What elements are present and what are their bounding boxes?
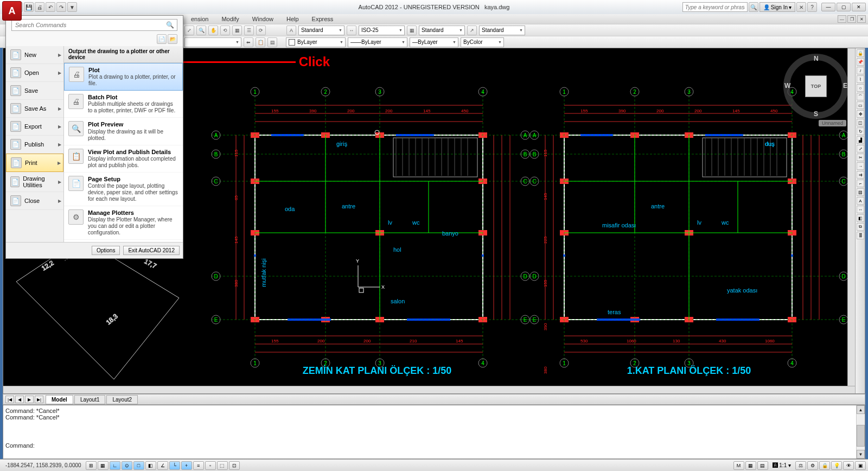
properties-icon[interactable]: ☰ (244, 26, 254, 35)
table-style-icon[interactable]: ▦ (407, 26, 417, 35)
tool-xref-icon[interactable]: ⧉ (857, 223, 864, 231)
print-option-manage-plotters[interactable]: ⚙Manage PlottersDisplay the Plotter Mana… (64, 206, 183, 240)
doc-close-icon[interactable]: ✕ (857, 15, 866, 23)
scroll-up-icon[interactable]: ▲ (857, 405, 865, 414)
ws-icon[interactable]: ⚙ (807, 461, 818, 470)
viewcube-n[interactable]: N (814, 55, 819, 62)
vscrollbar[interactable] (847, 48, 855, 386)
cmd-scrollbar[interactable]: ▲ ▼ (856, 405, 865, 459)
hscrollbar[interactable] (3, 386, 855, 393)
layer-prev-icon[interactable]: ⬅ (244, 37, 253, 47)
mleader-style-icon[interactable]: ↗ (467, 26, 477, 35)
tool-lock-icon[interactable]: 🔒 (857, 49, 864, 57)
options-button[interactable]: Options (92, 246, 120, 255)
zoom-window-icon[interactable]: 🔍 (196, 26, 206, 35)
orbit-icon[interactable]: ⟲ (220, 26, 230, 35)
app-menu-new[interactable]: 📄New▶ (6, 46, 63, 64)
tool-layer-icon[interactable]: ≣ (857, 232, 864, 239)
viewcube-top[interactable]: TOP (805, 75, 827, 97)
isolate-icon[interactable]: 👁 (843, 461, 854, 470)
exchange-icon[interactable]: ✕ (796, 2, 806, 12)
viewcube-e[interactable]: E (843, 82, 847, 90)
qat-dropdown-icon[interactable]: ▼ (67, 2, 77, 12)
modelspace-toggle[interactable]: M (733, 461, 744, 470)
app-menu-drawing-utilities[interactable]: 📄Drawing Utilities▶ (6, 172, 63, 192)
help-icon[interactable]: ? (807, 2, 817, 12)
app-menu-save[interactable]: 📄Save (6, 82, 63, 100)
tool-hatch-icon[interactable]: ▨ (857, 188, 864, 196)
clean-icon[interactable]: ▣ (855, 461, 866, 470)
pan-icon[interactable]: ✋ (208, 26, 218, 35)
tool-scale-icon[interactable]: ⤢ (857, 145, 864, 152)
color-dropdown[interactable]: ByLayer (286, 37, 346, 47)
polar-toggle[interactable]: ⊙ (122, 461, 132, 470)
toolbar-lock-icon[interactable]: 🔒 (819, 461, 830, 470)
qat-undo-icon[interactable]: ↶ (46, 2, 55, 12)
doc-minimize-icon[interactable]: — (838, 15, 846, 23)
tool-fillet-icon[interactable]: ⌐ (857, 180, 864, 187)
ducs-toggle[interactable]: └ (169, 461, 180, 470)
tool-rotate-icon[interactable]: ↻ (857, 128, 864, 135)
print-option-plot[interactable]: 🖨PlotPlot a drawing to a plotter, printe… (64, 63, 183, 91)
toggle-icon[interactable]: ▦ (232, 26, 242, 35)
tab-model[interactable]: Model (46, 395, 73, 404)
menu-dimension[interactable]: ension (184, 16, 215, 22)
tool-rect-icon[interactable]: ▭ (857, 101, 864, 109)
layer-state-icon[interactable]: 📋 (256, 37, 265, 47)
view-tag[interactable]: Unnamed (819, 120, 846, 126)
app-menu-close[interactable]: 📄Close▶ (6, 192, 63, 210)
doc-restore-icon[interactable]: ❐ (847, 15, 856, 23)
layer-dropdown[interactable] (184, 37, 241, 47)
menu-help[interactable]: Help (280, 16, 305, 22)
minimize-icon[interactable]: — (821, 3, 835, 11)
keyword-search-input[interactable] (682, 2, 748, 12)
recent-docs-icon[interactable]: 📄 (157, 34, 167, 44)
print-option-page-setup[interactable]: 📄Page SetupControl the page layout, plot… (64, 173, 183, 206)
tool-line-icon[interactable]: / (857, 67, 864, 74)
dyn-toggle[interactable]: + (181, 461, 192, 470)
app-menu-open[interactable]: 📄Open▶ (6, 64, 63, 82)
app-menu-publish[interactable]: 📄Publish▶ (6, 136, 63, 154)
layer-filter-icon[interactable]: ▤ (267, 37, 277, 47)
print-option-batch-plot[interactable]: 🖨Batch PlotPublish multiple sheets or dr… (64, 91, 183, 118)
print-option-view-plot-and-publish-details[interactable]: 📋View Plot and Publish DetailsDisplay in… (64, 145, 183, 173)
zoom-extents-icon[interactable]: ⤢ (184, 26, 194, 35)
dim-style-dropdown[interactable]: ISO-25 (359, 26, 405, 35)
menu-express[interactable]: Express (305, 16, 340, 22)
annoscale-icon[interactable]: ⚖ (795, 461, 806, 470)
viewcube[interactable]: TOP N S E W (783, 54, 848, 119)
search-go-icon[interactable]: 🔍 (749, 2, 758, 12)
text-style-dropdown[interactable]: Standard (298, 26, 344, 35)
tpy-toggle[interactable]: ▫ (205, 461, 216, 470)
app-menu-search-input[interactable] (11, 19, 177, 31)
tab-layout2[interactable]: Layout2 (106, 395, 138, 404)
tool-extend-icon[interactable]: → (857, 162, 864, 170)
print-option-plot-preview[interactable]: 🔍Plot PreviewDisplay the drawing as it w… (64, 118, 183, 145)
app-menu-print[interactable]: 📄Print▶ (6, 154, 63, 172)
qat-save-icon[interactable]: 💾 (24, 2, 34, 12)
sc-toggle[interactable]: ⊡ (229, 461, 240, 470)
viewcube-w[interactable]: W (784, 82, 790, 90)
snap-toggle[interactable]: ⊞ (86, 461, 97, 470)
tool-block-icon[interactable]: ◧ (857, 214, 864, 222)
refresh-icon[interactable]: ⟳ (256, 26, 266, 35)
tool-dim-icon[interactable]: ↔ (857, 206, 864, 213)
app-logo[interactable]: A (2, 1, 22, 21)
menu-modify[interactable]: Modify (215, 16, 245, 22)
dim-style-icon[interactable]: ↔ (347, 26, 356, 35)
tool-pin-icon[interactable]: 📌 (857, 58, 864, 66)
qat-print-icon[interactable]: 🖨 (35, 2, 44, 12)
menu-window[interactable]: Window (246, 16, 280, 22)
maximize-icon[interactable]: ▢ (837, 3, 851, 11)
scroll-thumb[interactable] (857, 425, 865, 447)
tool-arc-icon[interactable]: ⌒ (857, 93, 864, 100)
ortho-toggle[interactable]: ∟ (110, 461, 120, 470)
hardware-icon[interactable]: 💡 (831, 461, 842, 470)
mleader-style-dropdown[interactable]: Standard (479, 26, 525, 35)
qat-redo-icon[interactable]: ↷ (56, 2, 66, 12)
osnap-toggle[interactable]: □ (133, 461, 144, 470)
scroll-down-icon[interactable]: ▼ (857, 450, 865, 459)
tool-text-icon[interactable]: A (857, 197, 864, 205)
tool-mirror-icon[interactable]: ▟ (857, 136, 864, 144)
open-docs-icon[interactable]: 📂 (168, 34, 177, 44)
